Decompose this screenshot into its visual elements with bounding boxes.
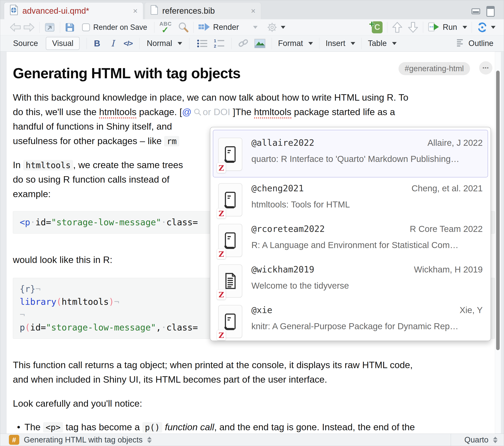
citation-input[interactable]: @ — [182, 107, 192, 117]
save-icon[interactable] — [65, 22, 75, 33]
rerun-source-icon[interactable] — [476, 22, 488, 33]
svg-text:1: 1 — [214, 38, 216, 43]
citation-author: Wickham, H 2019 — [414, 265, 483, 274]
insert-menu[interactable]: Insert — [325, 39, 355, 48]
format-menu[interactable]: Format — [278, 39, 313, 48]
book-icon: Z — [218, 183, 242, 216]
citation-item-allaire2022[interactable]: Z @allaire2022 Allaire, J 2022 quarto: R… — [213, 130, 488, 177]
jump-next-icon[interactable] — [408, 21, 418, 33]
misspelled-word: htmltools — [99, 107, 136, 119]
outline-icon — [456, 38, 466, 49]
bullet-marker: • — [13, 420, 24, 434]
section-id-badge: #generating-html — [398, 62, 470, 75]
render-icon — [198, 22, 211, 33]
inline-code-button[interactable]: </> — [124, 39, 132, 47]
render-button[interactable]: Render — [198, 22, 258, 33]
inline-code: rm — [164, 136, 179, 146]
citation-item-xie[interactable]: Z @xie Xie, Y knitr: A General-Purpose P… — [213, 299, 488, 340]
gear-icon[interactable] — [266, 21, 278, 33]
zotero-badge: Z — [217, 290, 226, 300]
format-menu-caret-icon — [308, 42, 313, 45]
citation-item-wickham2019[interactable]: Z @wickham2019 Wickham, H 2019 Welcome t… — [213, 259, 488, 299]
book-icon: Z — [218, 224, 242, 257]
document-mode-selector[interactable]: Quarto — [451, 434, 504, 446]
visual-mode-button[interactable]: Visual — [46, 37, 80, 50]
citation-item-cheng2021[interactable]: Z @cheng2021 Cheng, et al. 2021 htmltool… — [213, 177, 488, 218]
bold-button[interactable]: B — [94, 38, 100, 49]
numbered-list-icon[interactable]: 1 2 — [214, 38, 225, 49]
inline-code: htmltools — [23, 160, 73, 171]
section-navigator[interactable]: Generating HTML with tag objects — [24, 435, 143, 444]
misspelled-word: htmltools — [254, 107, 291, 119]
close-icon[interactable]: × — [133, 7, 138, 15]
vertical-scrollbar[interactable] — [495, 52, 501, 433]
options-dropdown-caret-icon[interactable] — [281, 26, 285, 29]
citation-title: htmltools: Tools for HTML — [251, 200, 483, 209]
citation-title: quarto: R Interface to 'Quarto' Markdown… — [251, 154, 483, 164]
zotero-badge: Z — [217, 249, 226, 259]
citation-completion-popup: Z @allaire2022 Allaire, J 2022 quarto: R… — [210, 127, 491, 341]
render-on-save-label: Render on Save — [93, 23, 147, 32]
link-icon[interactable] — [238, 38, 249, 49]
block-format-caret-icon — [178, 42, 182, 45]
maximize-pane-icon[interactable] — [486, 6, 495, 17]
forward-icon[interactable] — [23, 23, 35, 32]
bullet-list-icon[interactable] — [197, 38, 208, 49]
citation-id: @allaire2022 — [251, 138, 314, 148]
source-mode-button[interactable]: Source — [13, 39, 38, 48]
source-toolbar: Render on Save ABC ✓ Render + C — [0, 19, 504, 35]
back-icon[interactable] — [10, 23, 21, 32]
zotero-badge: Z — [217, 208, 226, 219]
mode-selector-arrows-icon — [493, 437, 498, 443]
more-options-button[interactable]: ••• — [479, 61, 492, 75]
insert-menu-caret-icon — [351, 42, 355, 45]
citation-id: @cheng2021 — [251, 183, 304, 193]
citation-title: knitr: A General-Purpose Package for Dyn… — [251, 321, 483, 331]
editor-tab-bar: advanced-ui.qmd* × references.bib × — [0, 0, 504, 19]
pane-window-controls — [471, 6, 495, 17]
citation-item-rcoreteam2022[interactable]: Z @rcoreteam2022 R Core Team 2022 R: A L… — [213, 218, 488, 259]
table-menu-caret-icon — [392, 42, 397, 45]
zotero-badge: Z — [217, 330, 226, 340]
visual-editor-toolbar: Source Visual B I </> Normal 1 2 — [0, 35, 504, 51]
svg-text:2: 2 — [214, 44, 216, 49]
citation-id: @xie — [251, 305, 272, 315]
source-dropdown-caret-icon[interactable] — [491, 26, 496, 29]
render-on-save-checkbox[interactable] — [82, 23, 90, 31]
paragraph-look-carefully: Look carefully and you'll notice: — [13, 396, 495, 411]
block-format-select[interactable]: Normal — [147, 39, 182, 48]
search-icon[interactable] — [178, 22, 189, 33]
book-icon: Z — [218, 305, 242, 338]
close-icon[interactable]: × — [251, 7, 255, 15]
section-hash-icon: # — [9, 435, 19, 445]
italic-button[interactable]: I — [111, 38, 115, 49]
section-navigator-arrows-icon[interactable] — [147, 437, 152, 443]
table-menu[interactable]: Table — [368, 39, 397, 48]
outline-toggle[interactable]: Outline — [456, 38, 493, 49]
run-dropdown-caret-icon[interactable] — [463, 26, 467, 29]
inline-code: p() — [142, 422, 162, 432]
popout-window-icon[interactable] — [44, 22, 55, 33]
citation-placeholder: or DOI — [203, 107, 230, 117]
search-icon — [194, 106, 201, 120]
scrollbar-thumb[interactable] — [496, 71, 500, 350]
run-button[interactable]: Run — [428, 22, 467, 33]
rstudio-source-pane: advanced-ui.qmd* × references.bib × — [0, 0, 504, 446]
jump-previous-icon[interactable] — [392, 21, 403, 33]
tab-references-bib[interactable]: references.bib × — [145, 2, 261, 19]
render-dropdown-caret-icon[interactable] — [253, 26, 258, 29]
tab-title: references.bib — [162, 6, 215, 16]
insert-chunk-icon[interactable]: + C — [372, 21, 382, 33]
editor-status-bar: # Generating HTML with tag objects Quart… — [0, 434, 504, 446]
citation-title: Welcome to the tidyverse — [251, 281, 483, 291]
file-icon — [150, 5, 159, 17]
tab-advanced-ui-qmd[interactable]: advanced-ui.qmd* × — [4, 2, 143, 19]
spellcheck-icon[interactable]: ABC ✓ — [159, 21, 173, 33]
citation-id: @rcoreteam2022 — [251, 224, 325, 234]
citation-title: R: A Language and Environment for Statis… — [251, 240, 483, 250]
minimize-pane-icon[interactable] — [471, 6, 481, 17]
image-icon[interactable] — [254, 39, 266, 48]
list-item: • The <p> tag has become a p() function … — [13, 420, 495, 434]
book-icon: Z — [218, 138, 242, 171]
paragraph-function-call: This function call returns a tag object;… — [13, 358, 495, 387]
